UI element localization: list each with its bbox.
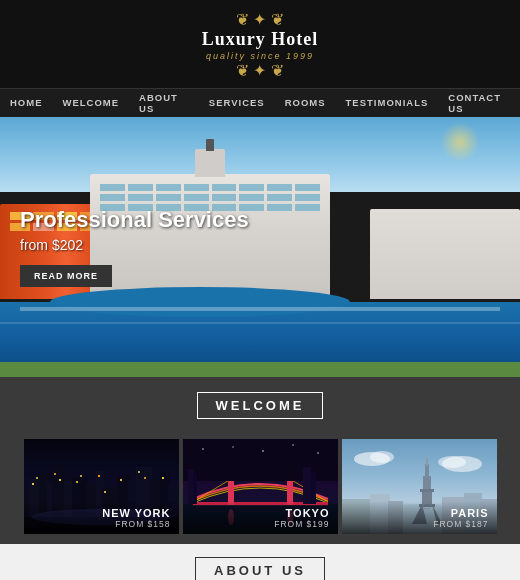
logo-subtitle: quality since 1999: [0, 51, 520, 61]
svg-rect-25: [120, 479, 122, 481]
svg-point-52: [292, 444, 294, 446]
svg-rect-65: [420, 489, 434, 492]
svg-rect-24: [104, 491, 106, 493]
city-name-paris: PARIS: [350, 507, 489, 519]
svg-point-51: [262, 450, 264, 452]
city-price-paris: FROM $187: [350, 519, 489, 529]
svg-rect-27: [144, 477, 146, 479]
city-overlay-paris: PARIS FROM $187: [342, 501, 497, 534]
svg-rect-67: [426, 458, 428, 466]
svg-rect-28: [162, 477, 164, 479]
svg-rect-48: [311, 472, 316, 504]
welcome-title: WELCOME: [197, 392, 324, 419]
nav-item-welcome[interactable]: WELCOME: [53, 89, 130, 117]
svg-rect-64: [423, 476, 431, 491]
header: ❦ ✦ ❦ Luxury Hotel quality since 1999 ❦ …: [0, 0, 520, 89]
about-us-title: ABOUT US: [195, 557, 325, 580]
svg-point-72: [438, 456, 466, 468]
hero-price: from $202: [20, 237, 249, 253]
hero-read-more-button[interactable]: READ MORE: [20, 265, 112, 287]
svg-point-49: [202, 448, 204, 450]
navigation: HOME WELCOME ABOUT US SERVICES ROOMS TES…: [0, 89, 520, 117]
svg-rect-17: [32, 483, 34, 485]
hero-title: Professional Services: [20, 207, 249, 233]
svg-rect-23: [98, 475, 100, 477]
svg-rect-20: [59, 479, 61, 481]
svg-rect-66: [425, 464, 429, 478]
svg-point-53: [317, 452, 319, 454]
svg-rect-19: [54, 473, 56, 475]
city-cards-container: NEW YORK FROM $158: [0, 431, 520, 544]
header-ornament-top: ❦ ✦ ❦: [0, 10, 520, 29]
welcome-section: WELCOME: [0, 377, 520, 431]
svg-rect-18: [36, 477, 38, 479]
svg-rect-47: [303, 467, 311, 504]
city-price-new-york: FROM $158: [32, 519, 171, 529]
nav-item-services[interactable]: SERVICES: [199, 89, 275, 117]
hero-content: Professional Services from $202 READ MOR…: [20, 207, 249, 287]
svg-rect-46: [193, 474, 197, 504]
svg-rect-22: [80, 475, 82, 477]
svg-point-70: [370, 451, 394, 463]
city-name-new-york: NEW YORK: [32, 507, 171, 519]
svg-rect-21: [76, 481, 78, 483]
city-price-tokyo: FROM $199: [191, 519, 330, 529]
nav-item-rooms[interactable]: ROOMS: [275, 89, 336, 117]
nav-item-home[interactable]: HOME: [0, 89, 53, 117]
city-card-new-york[interactable]: NEW YORK FROM $158: [24, 439, 179, 534]
city-overlay-new-york: NEW YORK FROM $158: [24, 501, 179, 534]
nav-item-contact-us[interactable]: CONTACT US: [438, 89, 520, 117]
logo-title: Luxury Hotel: [0, 29, 520, 51]
nav-item-about-us[interactable]: ABOUT US: [129, 89, 199, 117]
city-name-tokyo: TOKYO: [191, 507, 330, 519]
city-overlay-tokyo: TOKYO FROM $199: [183, 501, 338, 534]
header-ornament-bottom: ❦ ✦ ❦: [0, 61, 520, 80]
nav-item-testimonials[interactable]: TESTIMONIALS: [336, 89, 439, 117]
svg-rect-26: [138, 471, 140, 473]
hero-section: Professional Services from $202 READ MOR…: [0, 117, 520, 377]
svg-point-50: [232, 446, 234, 448]
about-section: ABOUT US: [0, 544, 520, 580]
city-card-tokyo[interactable]: TOKYO FROM $199: [183, 439, 338, 534]
city-card-paris[interactable]: PARIS FROM $187: [342, 439, 497, 534]
